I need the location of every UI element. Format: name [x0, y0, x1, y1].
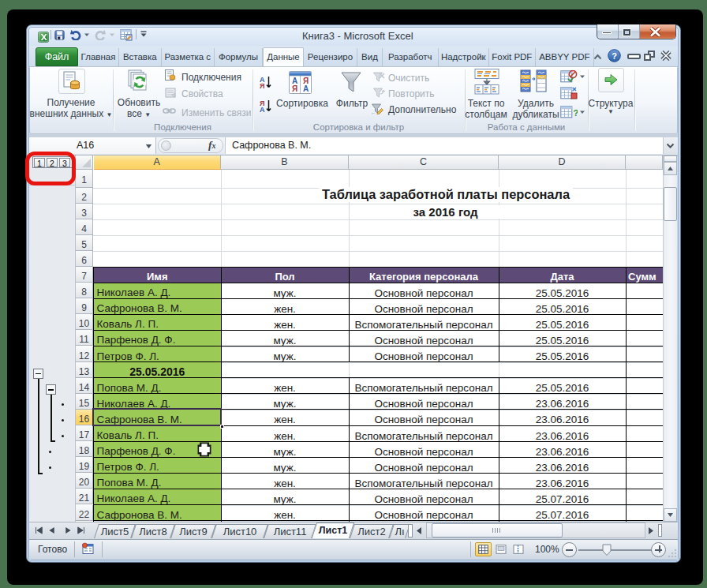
- svg-text:Я: Я: [303, 77, 309, 85]
- svg-text:?: ?: [574, 108, 578, 118]
- svg-text:А: А: [260, 106, 265, 113]
- svg-text:Я: Я: [260, 82, 264, 89]
- svg-text:А: А: [292, 77, 297, 85]
- svg-text:?: ?: [612, 51, 617, 61]
- svg-text:А: А: [303, 84, 309, 93]
- svg-text:Я: Я: [292, 84, 297, 93]
